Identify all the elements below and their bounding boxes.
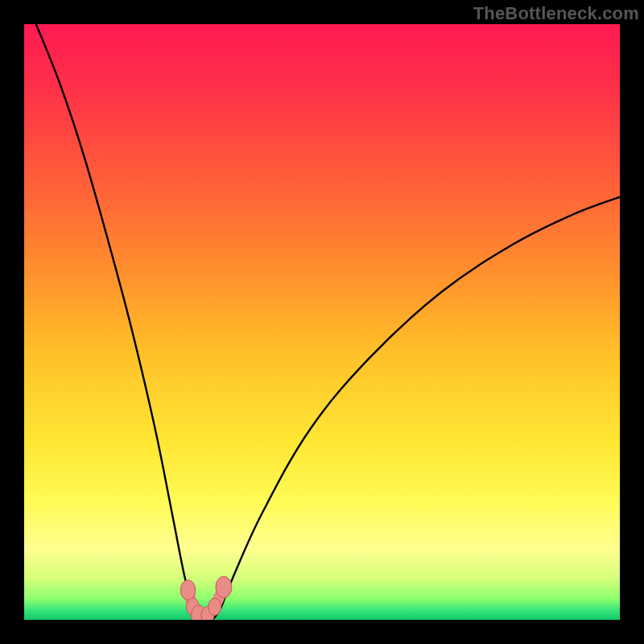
- marker-dot: [216, 576, 232, 598]
- outer-frame: TheBottleneck.com: [0, 0, 644, 644]
- plot-area: [24, 24, 620, 620]
- watermark-text: TheBottleneck.com: [473, 3, 639, 24]
- marker-dot: [180, 580, 196, 601]
- marker-dot: [208, 598, 221, 615]
- gradient-background: [24, 24, 620, 620]
- chart-svg: [24, 24, 620, 620]
